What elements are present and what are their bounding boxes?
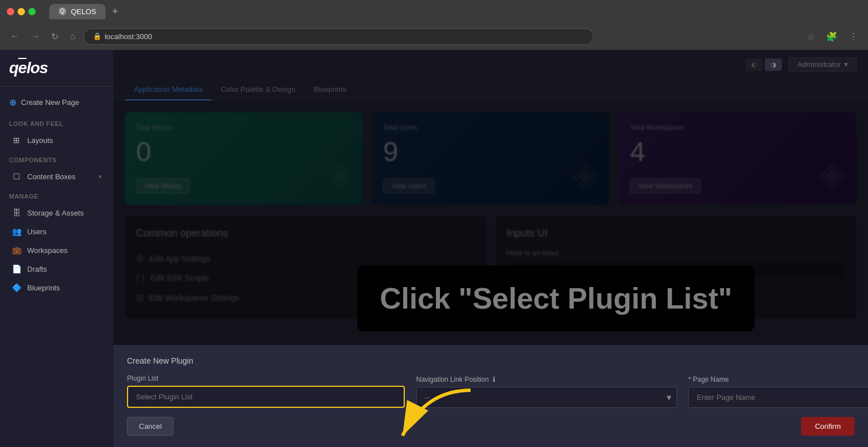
plugin-list-field-group: Plugin List: [127, 374, 405, 408]
sidebar-item-layouts-label: Layouts: [27, 136, 53, 145]
traffic-lights: [7, 8, 36, 15]
sidebar-item-blueprints[interactable]: 🔷 Blueprints: [2, 279, 111, 297]
main-content: ◐ ◑ Administrator ▾ Application Metadata…: [113, 50, 868, 447]
title-bar: Q QELOS +: [0, 0, 868, 23]
address-text: localhost:3000: [105, 32, 153, 41]
nav-link-select-wrapper: -- ▾: [416, 387, 677, 408]
storage-icon: 🗄: [11, 208, 22, 217]
fullscreen-traffic-light[interactable]: [28, 8, 36, 15]
nav-link-position-select[interactable]: --: [416, 387, 677, 408]
sidebar-item-workspaces[interactable]: 💼 Workspaces: [2, 241, 111, 259]
app-layout: qelos ⊕ Create New Page LOOK AND FEEL ⊞ …: [0, 50, 868, 447]
sidebar-item-blueprints-label: Blueprints: [27, 284, 60, 292]
minimize-traffic-light[interactable]: [18, 8, 25, 15]
new-tab-button[interactable]: +: [108, 3, 123, 20]
bookmark-button[interactable]: ☆: [803, 29, 818, 44]
plugin-list-input[interactable]: [127, 386, 405, 408]
cancel-button[interactable]: Cancel: [127, 417, 173, 436]
reload-button[interactable]: ↻: [48, 29, 62, 44]
nav-link-info-icon: ℹ: [493, 376, 496, 383]
sidebar: qelos ⊕ Create New Page LOOK AND FEEL ⊞ …: [0, 50, 113, 447]
tab-area: Q QELOS +: [49, 3, 122, 20]
sidebar-item-users-label: Users: [27, 227, 46, 236]
logo-text: q: [9, 59, 18, 77]
lock-icon: 🔒: [93, 32, 101, 40]
sidebar-item-users[interactable]: 👥 Users: [2, 222, 111, 241]
section-label-manage: MANAGE: [0, 186, 113, 203]
layouts-icon: ⊞: [11, 136, 22, 145]
modal-fields: Plugin List Navigation Link Position ℹ -…: [127, 374, 854, 408]
sidebar-item-layouts[interactable]: ⊞ Layouts: [2, 131, 111, 149]
plugin-list-label: Plugin List: [127, 374, 405, 382]
page-name-label: * Page Name: [688, 376, 868, 383]
logo-area: qelos: [0, 50, 113, 87]
nav-bar: ← → ↻ ⌂ 🔒 localhost:3000 ☆ 🧩 ⋮: [0, 23, 868, 50]
menu-button[interactable]: ⋮: [845, 29, 861, 44]
sidebar-item-content-boxes-label: Content Boxes: [27, 172, 75, 181]
sidebar-menu: ⊕ Create New Page LOOK AND FEEL ⊞ Layout…: [0, 87, 113, 447]
nav-right: ☆ 🧩 ⋮: [803, 29, 861, 44]
back-button[interactable]: ←: [7, 29, 23, 44]
section-label-look-and-feel: LOOK AND FEEL: [0, 113, 113, 130]
browser-chrome: Q QELOS + ← → ↻ ⌂ 🔒 localhost:3000 ☆ 🧩 ⋮: [0, 0, 868, 50]
sidebar-item-storage-label: Storage & Assets: [27, 209, 84, 217]
tab-label: QELOS: [71, 7, 96, 16]
confirm-button[interactable]: Confirm: [801, 417, 854, 436]
nav-link-field-group: Navigation Link Position ℹ -- ▾: [416, 376, 677, 408]
blueprints-icon: 🔷: [11, 283, 22, 292]
sidebar-item-content-boxes[interactable]: ☐ Content Boxes ▾: [2, 167, 111, 185]
chevron-down-icon: ▾: [99, 173, 102, 180]
page-name-field-group: * Page Name: [688, 376, 868, 408]
modal-panel: Create New Plugin Plugin List Navigation…: [113, 345, 868, 447]
app-logo: qelos: [9, 59, 104, 77]
modal-actions: Cancel Confirm: [127, 417, 854, 436]
workspaces-icon: 💼: [11, 246, 22, 255]
create-new-page-label: Create New Page: [21, 98, 79, 107]
page-name-input[interactable]: [688, 387, 868, 408]
section-label-components: COMPONENTS: [0, 150, 113, 167]
browser-tab-qelos[interactable]: Q QELOS: [49, 4, 105, 19]
create-new-page-action[interactable]: ⊕ Create New Page: [0, 91, 113, 113]
logo-rest: los: [27, 59, 48, 77]
sidebar-item-workspaces-label: Workspaces: [27, 246, 67, 255]
sidebar-item-drafts-label: Drafts: [27, 265, 47, 273]
sidebar-item-storage-assets[interactable]: 🗄 Storage & Assets: [2, 204, 111, 222]
content-boxes-icon: ☐: [11, 172, 22, 181]
tab-favicon: Q: [58, 7, 66, 15]
forward-button[interactable]: →: [27, 29, 43, 44]
nav-link-label: Navigation Link Position ℹ: [416, 376, 677, 383]
home-button[interactable]: ⌂: [66, 29, 79, 44]
drafts-icon: 📄: [11, 264, 22, 273]
logo-bar: e: [18, 59, 27, 77]
plus-icon: ⊕: [9, 97, 16, 108]
users-icon: 👥: [11, 227, 22, 236]
close-traffic-light[interactable]: [7, 8, 14, 15]
address-bar[interactable]: 🔒 localhost:3000: [83, 28, 594, 45]
modal-title: Create New Plugin: [127, 356, 854, 365]
extensions-button[interactable]: 🧩: [823, 29, 841, 44]
sidebar-item-drafts[interactable]: 📄 Drafts: [2, 260, 111, 278]
